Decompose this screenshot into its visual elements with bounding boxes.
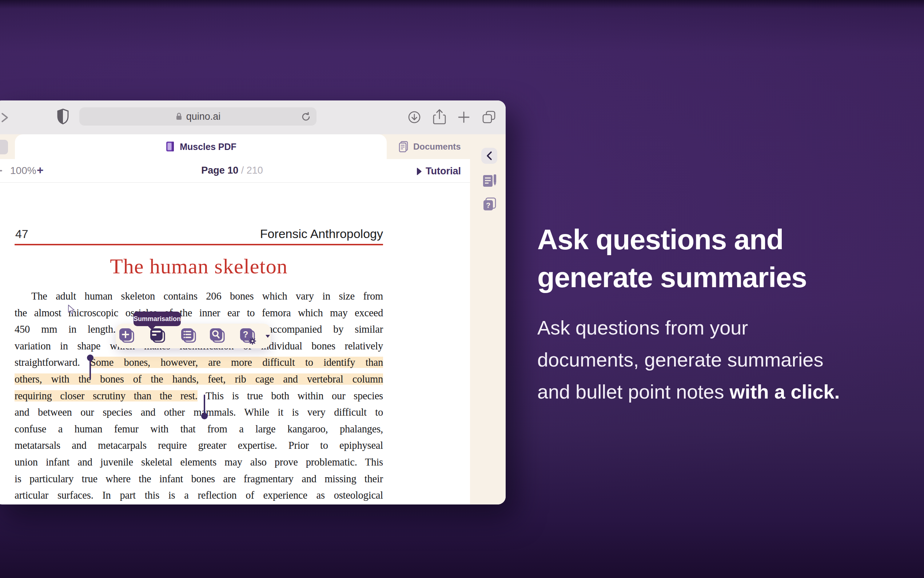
doc-text-line: requiring closer scrutiny than the rest.… xyxy=(15,388,383,404)
doc-text-line: and between our species and other mammal… xyxy=(15,404,383,421)
reload-icon[interactable] xyxy=(301,111,311,122)
hero-subtext-bold: with a click. xyxy=(729,381,840,403)
doc-text: articular surfaces. In part this is a re… xyxy=(15,490,383,501)
doc-text: This is true both within our species xyxy=(197,390,383,401)
page-total: / 210 xyxy=(241,165,263,176)
hero-subtext-text: documents, generate summaries xyxy=(537,349,823,370)
documents-icon xyxy=(398,141,409,153)
bullet-notes-icon[interactable] xyxy=(180,327,197,345)
hero-subtext-line: documents, generate summaries xyxy=(537,344,908,376)
tabs-overview-icon[interactable] xyxy=(481,109,497,125)
doc-running-head: Forensic Anthropology xyxy=(260,227,383,241)
page-indicator: Page 10 / 210 xyxy=(0,165,470,176)
doc-text-line: articular surfaces. In part this is a re… xyxy=(15,487,383,504)
download-icon[interactable] xyxy=(407,110,422,125)
page-current[interactable]: Page 10 xyxy=(201,165,238,176)
shield-icon[interactable] xyxy=(57,108,69,125)
share-icon[interactable] xyxy=(432,109,447,126)
doc-paragraph: The adult human skeleton contains 206 bo… xyxy=(15,288,383,504)
hero-subtext: Ask questions from yourdocuments, genera… xyxy=(537,312,908,408)
doc-text: is particulary true where the infant bon… xyxy=(15,473,383,484)
play-icon xyxy=(416,167,422,175)
text-cursor-icon xyxy=(67,304,76,315)
doc-text: straightforward. xyxy=(15,357,90,368)
doc-text-line: The adult human skeleton contains 206 bo… xyxy=(15,288,383,305)
tab-label: Muscles PDF xyxy=(180,141,236,152)
red-rule xyxy=(15,244,383,245)
tutorial-button[interactable]: Tutorial xyxy=(416,166,461,177)
selection-toolbar: ? xyxy=(116,323,271,348)
lock-icon xyxy=(175,112,183,121)
hero-subtext-text: and bullet point notes xyxy=(537,381,729,403)
pdf-page: 47 Forensic Anthropology The human skele… xyxy=(15,221,383,504)
summarisation-tooltip: Summarisation xyxy=(134,312,181,326)
add-note-icon[interactable] xyxy=(118,327,135,345)
hero-subtext-line: and bullet point notes with a click. xyxy=(537,376,908,408)
doc-text-line: others, with the bones of the hands, fee… xyxy=(15,371,383,388)
highlighted-text: others, with the bones of the hands, fee… xyxy=(15,373,383,385)
doc-text-line: is particulary true where the infant bon… xyxy=(15,471,383,487)
hero-section: Ask questions andgenerate summaries Ask … xyxy=(537,221,908,408)
doc-text: union infant and juvenile skeletal eleme… xyxy=(15,456,383,468)
new-tab-icon[interactable] xyxy=(457,110,471,124)
browser-window: quino.ai xyxy=(0,101,506,505)
pdf-book-icon xyxy=(165,141,175,153)
forward-chevron-icon[interactable] xyxy=(1,111,9,124)
svg-text:?: ? xyxy=(486,201,490,209)
doc-text-line: confuse a human femur with that from a l… xyxy=(15,421,383,437)
url-bar[interactable]: quino.ai xyxy=(79,107,317,125)
highlighted-text: requiring closer scrutiny than the rest. xyxy=(15,390,197,401)
doc-title: The human skeleton xyxy=(15,254,383,278)
tab-muscles-pdf[interactable]: Muscles PDF xyxy=(15,134,387,159)
browser-chrome: quino.ai xyxy=(0,101,506,134)
doc-page-number: 47 xyxy=(15,227,28,241)
tutorial-label: Tutorial xyxy=(426,166,461,177)
tab-label: Documents xyxy=(413,141,461,152)
doc-text-line: metatarsals and metacarpals require grea… xyxy=(15,437,383,454)
highlighted-text: Some bones, however, are more difficult … xyxy=(90,357,383,368)
doc-text: metatarsals and metacarpals require grea… xyxy=(15,440,383,451)
chevron-down-icon[interactable] xyxy=(265,334,271,338)
page: quino.ai xyxy=(0,0,924,578)
doc-text-line: straightforward. Some bones, however, ar… xyxy=(15,354,383,371)
selection-end-bar[interactable] xyxy=(204,395,205,415)
svg-text:?: ? xyxy=(243,330,248,339)
search-icon[interactable] xyxy=(209,327,226,345)
doc-text: The adult human skeleton contains 206 bo… xyxy=(31,291,383,302)
tooltip-label: Summarisation xyxy=(134,315,181,323)
selection-end-handle[interactable] xyxy=(201,413,208,419)
notes-icon[interactable] xyxy=(482,173,498,188)
hero-heading-line: generate summaries xyxy=(537,258,908,296)
url-text: quino.ai xyxy=(186,111,221,122)
chevron-left-icon xyxy=(485,151,493,161)
summarise-icon[interactable] xyxy=(149,327,166,345)
doc-text: and between our species and other mammal… xyxy=(15,407,383,418)
pdf-toolbar: 100% + Page 10 / 210 Tutorial xyxy=(0,159,470,183)
hero-subtext-text: Ask questions from your xyxy=(537,317,748,338)
tab-row: Muscles PDF Documents xyxy=(0,134,506,159)
question-settings-icon[interactable]: ? xyxy=(239,327,256,345)
partial-tab[interactable] xyxy=(0,140,8,154)
flashcards-icon[interactable]: ? xyxy=(482,197,498,212)
selection-start-bar[interactable] xyxy=(89,358,91,379)
collapse-sidebar-button[interactable] xyxy=(481,148,497,164)
doc-text-line: union infant and juvenile skeletal eleme… xyxy=(15,454,383,471)
hero-subtext-line: Ask questions from your xyxy=(537,312,908,344)
hero-heading: Ask questions andgenerate summaries xyxy=(537,221,908,296)
doc-text: confuse a human femur with that from a l… xyxy=(15,423,383,435)
tab-documents[interactable]: Documents xyxy=(398,134,482,159)
hero-heading-line: Ask questions and xyxy=(537,221,908,258)
